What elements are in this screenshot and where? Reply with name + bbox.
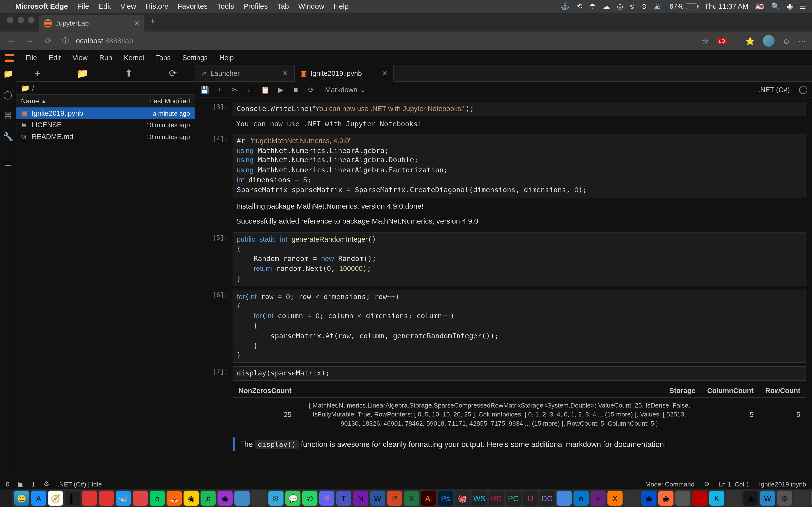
dock-pycharm-icon[interactable]: PC xyxy=(506,491,521,506)
jl-menu-view[interactable]: View xyxy=(67,53,94,62)
markdown-cell[interactable]: The display() function is awesome for cl… xyxy=(233,438,806,451)
terminal-icon[interactable]: ▣ xyxy=(18,480,23,488)
dock-datagrip-icon[interactable]: DG xyxy=(540,491,555,506)
ublock-extension-icon[interactable]: uO xyxy=(717,38,727,44)
jl-menu-settings[interactable]: Settings xyxy=(176,53,213,62)
dock-app-icon[interactable] xyxy=(557,491,572,506)
menu-tools[interactable]: Tools xyxy=(217,2,234,11)
notebook-content[interactable]: [3]: Console.WriteLine("You can now use … xyxy=(195,98,812,477)
kernel-status-icon[interactable] xyxy=(799,86,807,94)
dock-finder-icon[interactable]: 😀 xyxy=(14,491,29,506)
status-filename[interactable]: Ignite2019.ipynb xyxy=(759,481,806,488)
file-row[interactable]: ▣Ignite2019.ipynba minute ago xyxy=(16,107,195,119)
code-input[interactable]: Console.WriteLine("You can now use .NET … xyxy=(233,102,806,116)
cloud-icon[interactable]: ☁ xyxy=(603,2,610,11)
back-button[interactable]: ← xyxy=(6,36,16,46)
dock-postman-icon[interactable]: ◉ xyxy=(658,491,673,506)
dock-app-icon[interactable] xyxy=(251,491,266,506)
dock-trash-icon[interactable]: 🗑 xyxy=(811,491,812,506)
jl-menu-help[interactable]: Help xyxy=(214,53,240,62)
dock-webstorm-icon[interactable]: WS xyxy=(472,491,487,506)
document-tab[interactable]: ▣Ignite2019.ipynb✕ xyxy=(295,65,394,82)
dock-powerpoint-icon[interactable]: P xyxy=(387,491,402,506)
dock-app-icon[interactable]: W xyxy=(760,491,775,506)
jl-menu-tabs[interactable]: Tabs xyxy=(150,53,176,62)
dock-settings-icon[interactable]: ⚙ xyxy=(777,491,792,506)
dock-docker-icon[interactable]: 🐳 xyxy=(116,491,131,506)
dock-app-icon[interactable] xyxy=(235,491,250,506)
dock-teams-icon[interactable]: T xyxy=(336,491,351,506)
menu-history[interactable]: History xyxy=(146,2,168,11)
file-row[interactable]: MREADME.md10 minutes ago xyxy=(16,131,195,143)
dock-firefox-icon[interactable]: 🦊 xyxy=(166,491,182,506)
save-button[interactable]: 💾 xyxy=(200,86,209,94)
tab-close-icon[interactable]: ✕ xyxy=(282,69,288,77)
running-kernels-icon[interactable]: ◯ xyxy=(3,90,12,100)
restart-kernel-button[interactable]: ⟳ xyxy=(306,86,316,94)
jupyter-logo-icon[interactable] xyxy=(4,52,15,63)
refresh-button[interactable]: ⟳ xyxy=(43,36,54,46)
umbrella-icon[interactable]: ☂ xyxy=(590,2,596,11)
code-input[interactable]: public static int generateRandomInteger(… xyxy=(233,232,806,286)
dock-word-icon[interactable]: W xyxy=(370,491,385,506)
feedback-icon[interactable]: ☺ xyxy=(782,37,790,45)
dock-illustrator-icon[interactable]: Ai xyxy=(421,491,436,506)
insert-cell-button[interactable]: + xyxy=(215,86,224,94)
col-name[interactable]: Name ▲ xyxy=(21,97,47,104)
tab-close-icon[interactable]: ✕ xyxy=(134,19,140,27)
dock-app-icon[interactable] xyxy=(624,491,640,506)
dock-app-icon[interactable] xyxy=(133,491,148,506)
kernel-name[interactable]: .NET (C#) xyxy=(758,86,790,94)
dock-onenote-icon[interactable]: N xyxy=(353,491,368,506)
browser-tab-jupyterlab[interactable]: JupyterLab ✕ xyxy=(39,15,144,32)
jl-menu-edit[interactable]: Edit xyxy=(43,53,66,62)
menu-view[interactable]: View xyxy=(120,2,136,11)
dock-vscode-icon[interactable]: ⋔ xyxy=(573,491,589,506)
dock-rider-icon[interactable]: RD xyxy=(489,491,504,506)
copy-button[interactable]: ⧉ xyxy=(246,86,255,94)
dock-vs-icon[interactable]: ∞ xyxy=(591,491,606,506)
code-input[interactable]: for(int row = 0; row < dimensions; row++… xyxy=(233,289,806,363)
docker-icon[interactable]: ⚓ xyxy=(561,2,569,11)
dock-terminal-icon[interactable]: ▌ xyxy=(65,491,80,506)
jl-menu-run[interactable]: Run xyxy=(94,53,118,62)
close-window-icon[interactable] xyxy=(7,17,13,23)
code-input[interactable]: #r "nuget:MathNet.Numerics, 4.9.0" using… xyxy=(233,133,806,197)
dock-appstore-icon[interactable]: A xyxy=(31,491,46,506)
maximize-window-icon[interactable] xyxy=(28,17,35,23)
menu-help[interactable]: Help xyxy=(334,2,349,11)
dock-messages-icon[interactable]: 💬 xyxy=(285,491,300,506)
dock-app-icon[interactable] xyxy=(794,491,809,506)
dock-app-icon[interactable]: X xyxy=(607,491,622,506)
flag-icon[interactable]: 🇺🇸 xyxy=(755,2,764,11)
cursor-position[interactable]: Ln 1, Col 1 xyxy=(718,481,750,488)
new-launcher-icon[interactable]: + xyxy=(35,68,40,79)
document-tab[interactable]: ⇗Launcher✕ xyxy=(195,65,295,81)
trust-icon[interactable]: ⊘ xyxy=(704,480,709,488)
file-row[interactable]: 🗎LICENSE10 minutes ago xyxy=(16,119,195,131)
dock-excel-icon[interactable]: X xyxy=(404,491,419,506)
stop-button[interactable]: ■ xyxy=(291,86,301,94)
site-info-icon[interactable]: ⓘ xyxy=(62,36,69,46)
menu-profiles[interactable]: Profiles xyxy=(243,2,268,11)
battery-indicator[interactable]: 67% xyxy=(669,2,698,11)
file-browser-icon[interactable]: 📁 xyxy=(3,69,12,78)
spotlight-icon[interactable]: 🔍 xyxy=(771,2,780,11)
dock-steam-icon[interactable]: ◉ xyxy=(743,491,758,506)
new-tab-button[interactable]: + xyxy=(144,16,161,28)
menu-edit[interactable]: Edit xyxy=(98,2,111,11)
siri-icon[interactable]: ◉ xyxy=(787,2,793,11)
code-cell[interactable]: [3]: Console.WriteLine("You can now use … xyxy=(199,102,806,116)
more-menu-icon[interactable]: ⋯ xyxy=(799,37,806,45)
menu-window[interactable]: Window xyxy=(298,2,324,11)
dock-github-icon[interactable]: 🐙 xyxy=(455,491,470,506)
breadcrumb-root[interactable]: / xyxy=(32,84,34,92)
dock-app-icon[interactable] xyxy=(726,491,741,506)
dock-whatsapp-icon[interactable]: ✆ xyxy=(302,491,317,506)
folder-icon[interactable]: 📁 xyxy=(21,84,30,92)
jl-menu-kernel[interactable]: Kernel xyxy=(118,53,150,62)
bluetooth-icon[interactable]: ⎋ xyxy=(630,2,634,11)
window-controls[interactable] xyxy=(5,17,39,28)
new-folder-icon[interactable]: 📁 xyxy=(77,68,88,79)
code-cell[interactable]: [6]: for(int row = 0; row < dimensions; … xyxy=(199,289,806,363)
